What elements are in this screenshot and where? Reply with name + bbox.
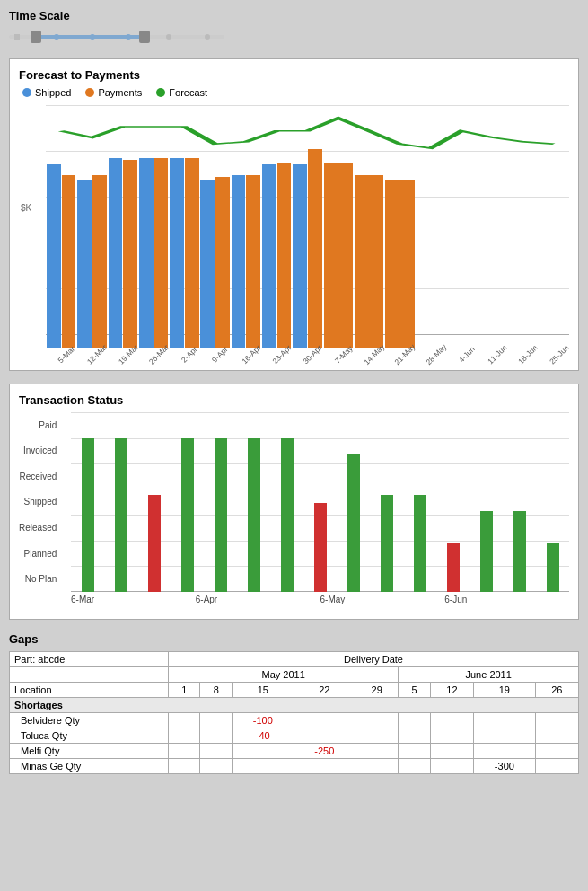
time-scale-track[interactable]: [9, 28, 579, 46]
belvidere-may29: [355, 713, 399, 728]
bar-group-2: [108, 158, 138, 348]
belvidere-may8: [200, 713, 233, 728]
belvidere-may22: [294, 713, 355, 728]
track-dot-4: [126, 34, 131, 40]
shipped-label: Shipped: [35, 87, 71, 98]
shipped-bar-6: [232, 175, 246, 348]
trans-bar-group-12: [470, 511, 503, 592]
minas-label: Minas Ge Qty: [10, 759, 169, 774]
track-handle-right[interactable]: [139, 31, 150, 43]
toluca-jun12: [430, 728, 473, 744]
payments-bar-2: [123, 160, 137, 348]
belvidere-jun19: [474, 713, 536, 728]
forecast-dot: [156, 88, 165, 97]
belvidere-jun12: [430, 713, 473, 728]
payments-bar-9: [324, 163, 353, 348]
toluca-may22: [294, 728, 355, 744]
y-label-invoiced: Invoiced: [19, 446, 57, 455]
transaction-chart-wrapper: Paid Invoiced Received Shipped Released …: [71, 412, 569, 610]
payments-bar-6: [246, 175, 260, 348]
may-22: 22: [294, 683, 355, 698]
trans-bar-11: [447, 543, 460, 592]
payments-label: Payments: [98, 87, 142, 98]
minas-may15: [232, 759, 294, 774]
melfi-jun26: [535, 744, 578, 759]
minas-may1: [168, 759, 200, 774]
shipped-bar-8: [293, 164, 307, 348]
melfi-jun19: [474, 744, 536, 759]
trans-bar-5: [248, 438, 260, 592]
table-header-row-2: May 2011 June 2011: [10, 667, 579, 683]
trans-bar-2: [148, 495, 161, 592]
trans-bar-group-1: [104, 438, 137, 592]
track-dot-5: [166, 34, 171, 40]
trans-bar-6: [281, 438, 294, 592]
track-dot-6: [205, 34, 210, 40]
trans-bar-1: [115, 438, 127, 592]
shipped-bar-0: [47, 164, 61, 348]
minas-jun5: [399, 759, 431, 774]
belvidere-label: Belvidere Qty: [10, 713, 169, 728]
gaps-section: Gaps Part: abcde Delivery Date May 2011 …: [9, 632, 579, 774]
bar-group-11: [384, 180, 415, 348]
gaps-table: Part: abcde Delivery Date May 2011 June …: [9, 651, 579, 774]
may-1: 1: [168, 683, 200, 698]
melfi-may22: -250: [294, 744, 355, 759]
minas-may8: [200, 759, 233, 774]
shipped-bar-2: [109, 158, 123, 348]
y-label-planned: Planned: [19, 549, 57, 559]
belvidere-jun5: [399, 713, 431, 728]
legend-forecast: Forecast: [156, 87, 207, 98]
melfi-may15: [232, 744, 294, 759]
melfi-may29: [355, 744, 399, 759]
shortages-label: Shortages: [10, 698, 579, 713]
trans-bar-group-5: [237, 438, 270, 592]
minas-may22: [294, 759, 355, 774]
trans-bar-14: [547, 543, 559, 592]
melfi-may1: [168, 744, 200, 759]
trans-bar-group-11: [436, 543, 470, 592]
toluca-jun26: [535, 728, 578, 744]
track-line: [9, 35, 224, 39]
trans-bar-group-9: [370, 495, 403, 592]
june-2011-header: June 2011: [399, 667, 579, 683]
belvidere-may15: -100: [232, 713, 294, 728]
toluca-may1: [168, 728, 200, 744]
shortages-row: Shortages: [10, 698, 579, 713]
melfi-jun5: [399, 744, 431, 759]
toluca-jun5: [399, 728, 431, 744]
table-header-days: Location 1 8 15 22 29 5 12 19 26: [10, 683, 579, 698]
trans-x-mar: 6-Mar: [71, 592, 196, 610]
payments-bar-0: [62, 175, 76, 348]
payments-dot: [85, 88, 94, 97]
toluca-may29: [355, 728, 399, 744]
payments-bar-10: [355, 175, 383, 348]
time-scale-title: Time Scale: [9, 9, 579, 22]
minas-row: Minas Ge Qty -300: [10, 759, 579, 774]
belvidere-may1: [168, 713, 200, 728]
trans-bar-group-10: [403, 495, 436, 592]
trans-bar-7: [314, 503, 327, 592]
forecast-chart-title: Forecast to Payments: [19, 68, 569, 82]
bar-group-10: [354, 175, 384, 348]
delivery-date-header: Delivery Date: [168, 652, 578, 667]
track-handle-left[interactable]: [31, 31, 41, 43]
y-label-paid: Paid: [19, 420, 57, 430]
bar-group-6: [231, 175, 261, 348]
minas-jun12: [430, 759, 473, 774]
melfi-may8: [200, 744, 233, 759]
trans-bar-group-4: [204, 438, 237, 592]
trans-bar-group-13: [503, 511, 536, 592]
transaction-chart-container: Transaction Status Paid Invoiced Receive…: [9, 384, 579, 620]
shipped-bar-4: [170, 158, 184, 348]
trans-bar-12: [480, 511, 493, 592]
track-dot-1: [14, 34, 20, 40]
time-scale-section: Time Scale: [9, 9, 579, 46]
transaction-title: Transaction Status: [19, 393, 569, 407]
melfi-label: Melfi Qty: [10, 744, 169, 759]
trans-y-labels: Paid Invoiced Received Shipped Released …: [19, 412, 57, 592]
payments-bar-3: [154, 158, 169, 348]
toluca-jun19: [474, 728, 536, 744]
bar-group-1: [76, 175, 107, 348]
may-29: 29: [355, 683, 399, 698]
